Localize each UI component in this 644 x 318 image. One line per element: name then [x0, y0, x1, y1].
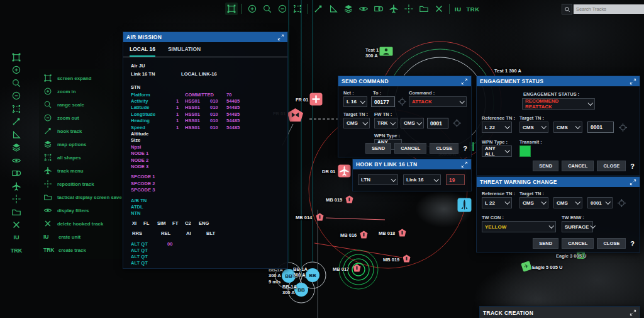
expand-icon[interactable]	[277, 34, 284, 41]
hook-type-select[interactable]: LTN	[358, 174, 398, 185]
threat-warning-header[interactable]: THREAT WARNING CHANGE	[477, 177, 640, 187]
transmit-toggle[interactable]	[519, 145, 531, 157]
expand-icon[interactable]	[630, 78, 636, 85]
help-button[interactable]: ?	[630, 162, 635, 170]
strip-layers-button[interactable]	[10, 142, 23, 153]
search-input[interactable]	[574, 4, 644, 14]
toolbar-triangle-ruler-button[interactable]	[327, 3, 340, 15]
sidebar-item-hook-track[interactable]: hook track	[39, 125, 122, 137]
help-button[interactable]: ?	[630, 240, 635, 247]
sidebar-item-create-track[interactable]: TRKcreate track	[39, 244, 122, 256]
toolbar-all-shapes-button[interactable]	[291, 3, 304, 15]
sidebar-item-reposition-track[interactable]: reposition track	[39, 178, 122, 190]
strip-iu-button[interactable]: IU	[10, 232, 23, 243]
cancel-button[interactable]: CANCEL	[562, 238, 594, 249]
strip-eye-button[interactable]	[10, 155, 23, 166]
sidebar-item-display-filters[interactable]: display filters	[39, 204, 122, 217]
command-select[interactable]: ATTACK	[409, 96, 467, 107]
sidebar-item-zoom-out[interactable]: zoom out	[39, 111, 122, 124]
tab-local-16[interactable]: LOCAL 16	[130, 46, 155, 57]
strip-hook-track-button[interactable]	[10, 116, 23, 127]
fw-tn-cms-select[interactable]: CMS	[401, 118, 424, 128]
strip-screen-expand-button[interactable]	[10, 52, 23, 62]
target-picker-icon[interactable]	[398, 98, 406, 106]
hook-by-header[interactable]: HOOK BY LINK 16 LTN	[353, 159, 471, 169]
expand-icon[interactable]	[630, 179, 636, 186]
to-input[interactable]	[371, 96, 395, 107]
expand-icon[interactable]	[630, 309, 636, 316]
tw-enw-select[interactable]: SURFACE	[562, 221, 593, 232]
reference-tn-select[interactable]: L 22	[482, 122, 512, 133]
net-select[interactable]: L 16	[343, 96, 367, 107]
expand-icon[interactable]	[461, 161, 468, 168]
close-button[interactable]: CLOSE	[597, 161, 626, 171]
strip-zoom-in-button[interactable]	[10, 65, 23, 76]
sidebar-item-delete-hooked-track[interactable]: delete hooked track	[39, 217, 122, 230]
target-picker-icon[interactable]	[453, 119, 461, 127]
track-creation-header[interactable]: TRACK CREATION	[480, 307, 640, 318]
fw-tn-input[interactable]	[427, 118, 448, 128]
target-picker-icon[interactable]	[619, 123, 627, 132]
target-tn-select-2[interactable]: CMS	[553, 122, 582, 133]
send-button[interactable]: SEND	[533, 161, 558, 171]
target-tn-input[interactable]	[587, 122, 614, 133]
strip-all-shapes-button[interactable]	[10, 103, 23, 114]
toolbar-range-scale-button[interactable]	[261, 3, 274, 15]
toolbar-iu-button[interactable]: IU	[453, 6, 463, 13]
toolbar-zoom-in-button[interactable]	[246, 3, 258, 15]
toolbar-trk-button[interactable]: TRK	[465, 6, 481, 13]
strip-plane-button[interactable]	[10, 181, 23, 191]
strip-triangle-ruler-button[interactable]	[10, 129, 23, 140]
sidebar-item-screen-expand[interactable]: screen expand	[39, 72, 122, 84]
target-tn-select-2[interactable]: CMS	[553, 197, 582, 208]
toolbar-plane-button[interactable]	[387, 3, 400, 15]
toolbar-screen-expand-button[interactable]	[225, 3, 238, 15]
strip-close-x-button[interactable]	[10, 220, 23, 230]
tab-simulation[interactable]: SIMULATION	[168, 46, 201, 57]
wpn-type-select[interactable]: ANY ALL	[482, 145, 512, 157]
toolbar-close-x-button[interactable]	[433, 3, 445, 15]
reference-tn-select[interactable]: L 22	[482, 197, 512, 208]
send-button[interactable]: SEND	[365, 143, 391, 154]
sidebar-item-zoom-in[interactable]: zoom in	[39, 85, 122, 98]
hook-ltn-input[interactable]	[446, 174, 465, 185]
toolbar-crosshair-button[interactable]	[402, 3, 415, 15]
cancel-button[interactable]: CANCEL	[394, 143, 426, 154]
send-command-header[interactable]: SEND COMMAND	[338, 76, 471, 86]
sidebar-item-range-scale[interactable]: range scale	[39, 98, 122, 111]
toolbar-hook-track-button[interactable]	[312, 3, 325, 15]
engagement-status-header[interactable]: ENGAGEMENT STATUS	[477, 76, 640, 86]
toolbar-layers-button[interactable]	[342, 3, 355, 15]
hook-link-select[interactable]: Link 16	[403, 174, 441, 185]
target-tn-select[interactable]: CMS	[343, 118, 370, 128]
help-button[interactable]: ?	[463, 145, 467, 152]
strip-trk-button[interactable]: TRK	[10, 246, 23, 256]
sidebar-item-crate-unit[interactable]: IUcrate unit	[39, 230, 122, 243]
target-tn-select-1[interactable]: CMS	[519, 122, 548, 133]
strip-folder-button[interactable]	[10, 207, 23, 217]
strip-crosshair-button[interactable]	[10, 194, 23, 205]
fw-tn-type-select[interactable]: TRK	[374, 118, 397, 128]
sidebar-item-map-options[interactable]: map options	[39, 138, 122, 150]
target-tn-number-select[interactable]: 0001	[587, 197, 613, 208]
toolbar-zoom-out-button[interactable]	[276, 3, 289, 15]
cancel-button[interactable]: CANCEL	[562, 161, 594, 171]
close-button[interactable]: CLOSE	[430, 143, 458, 154]
target-tn-select-1[interactable]: CMS	[519, 197, 548, 208]
sidebar-item-track-menu[interactable]: track menu	[39, 164, 122, 177]
target-picker-icon[interactable]	[618, 199, 626, 207]
expand-icon[interactable]	[461, 78, 468, 85]
toolbar-shapes-button[interactable]	[372, 3, 385, 15]
send-button[interactable]: SEND	[533, 238, 558, 249]
toolbar-folder-button[interactable]	[418, 3, 430, 15]
strip-range-scale-button[interactable]	[10, 77, 23, 88]
air-mission-header[interactable]: AIR MISSION	[123, 32, 287, 42]
toolbar-eye-button[interactable]	[357, 3, 370, 15]
sidebar-item-tactical-display-screen-save[interactable]: tactical display screen save	[39, 191, 122, 203]
close-button[interactable]: CLOSE	[597, 238, 626, 249]
sidebar-item-all-shapes[interactable]: all shapes	[39, 151, 122, 164]
engagement-status-select[interactable]: RECOMMEND REATTACK	[522, 98, 595, 110]
strip-shapes-button[interactable]	[10, 168, 23, 179]
strip-zoom-out-button[interactable]	[10, 91, 23, 101]
tw-con-select[interactable]: YELLOW	[482, 221, 556, 232]
